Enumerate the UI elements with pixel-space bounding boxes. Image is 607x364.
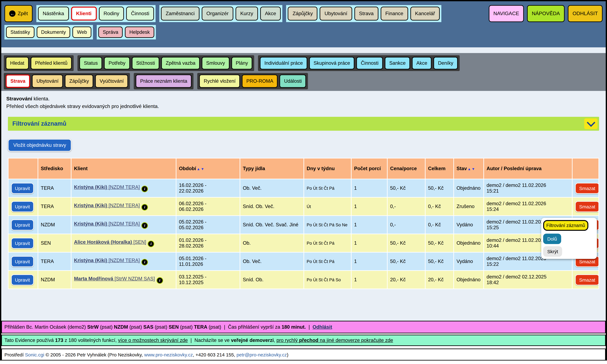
- top-nav-button[interactable]: Akce: [260, 7, 281, 21]
- client-link[interactable]: Alice Horáková (Horalka) [SEN]: [74, 239, 146, 245]
- bar-link[interactable]: přechod: [299, 338, 318, 343]
- bar-link[interactable]: petr@pro-neziskovky.cz: [236, 352, 287, 357]
- sub-nav-button[interactable]: Rychlé vložení: [199, 75, 240, 88]
- back-button[interactable]: ← Zpět: [4, 5, 33, 22]
- bar-link[interactable]: www.pro-neziskovky.cz: [144, 352, 193, 357]
- sub-nav-button[interactable]: Individuální práce: [260, 57, 307, 69]
- top-nav-button[interactable]: Kurzy: [235, 7, 258, 21]
- sub-nav-button[interactable]: Potřeby: [104, 57, 130, 69]
- sub-nav-button[interactable]: Sankce: [385, 57, 410, 69]
- sort-up-icon[interactable]: ▲: [468, 167, 471, 171]
- top-nav-button[interactable]: Klienti: [71, 7, 97, 21]
- top-nav-button[interactable]: Zápůjčky: [288, 7, 317, 21]
- client-link[interactable]: Kristýna (Kiki) [NZDM TERA]: [74, 184, 140, 190]
- delete-button[interactable]: Smazat: [575, 274, 598, 285]
- edit-button[interactable]: Upravit: [11, 201, 34, 212]
- top-nav-button[interactable]: Nástěnka: [38, 7, 69, 21]
- top-nav-button[interactable]: Kancelář: [410, 7, 440, 21]
- top-nav-button[interactable]: Statistiky: [6, 26, 34, 38]
- sub-nav-button[interactable]: Smlouvy: [202, 57, 229, 69]
- sub-nav-row-1: HledatPřehled klientů StatusPotřebyStížn…: [4, 55, 603, 71]
- filter-toggle[interactable]: [584, 118, 597, 129]
- bar-link[interactable]: více o možnostech skrývání zde: [118, 338, 188, 343]
- odhlasit-button[interactable]: ODHLÁSIT: [568, 5, 603, 22]
- top-nav-button[interactable]: Helpdesk: [125, 26, 154, 38]
- top-nav-button[interactable]: Strava: [354, 7, 378, 21]
- navigace-button[interactable]: NAVIGACE: [489, 5, 524, 22]
- top-nav-button[interactable]: Organizér: [202, 7, 233, 21]
- klient-cell: Kristýna (Kiki) [NZDM TERA]i: [71, 198, 176, 215]
- add-order-button[interactable]: Vložit objednávku stravy: [8, 139, 71, 152]
- header-pocet-porci: Počet porcí: [352, 158, 387, 179]
- sort-up-icon[interactable]: ▲: [197, 167, 200, 171]
- sub-nav-button[interactable]: Události: [280, 75, 306, 88]
- sub-nav-button[interactable]: Stížnosti: [132, 57, 159, 69]
- bar-link[interactable]: Odhlásit: [313, 324, 332, 330]
- subnav-group-strava: StravaUbytováníZápůjčkyVyúčtování: [4, 73, 130, 89]
- celkem-cell: 20,- Kč: [426, 271, 453, 288]
- sub-nav-button[interactable]: Ubytování: [32, 75, 63, 88]
- client-link[interactable]: Kristýna (Kiki) [NZDM TERA]: [74, 258, 140, 263]
- context-hide-button[interactable]: Skrýt: [543, 246, 562, 257]
- bar-link[interactable]: pro rychlý: [276, 338, 299, 343]
- obdobi-cell: 05.01.2026 -11.01.2026: [176, 253, 240, 270]
- info-icon[interactable]: i: [148, 240, 154, 247]
- sub-nav-button[interactable]: Strava: [6, 75, 30, 88]
- top-nav-button[interactable]: Rodiny: [99, 7, 124, 21]
- footer-bar: Prostředí Sonic.cgi © 2005 - 2026 Petr V…: [1, 349, 606, 361]
- sub-nav-button[interactable]: Přehled klientů: [31, 57, 72, 69]
- edit-cell: Upravit: [9, 179, 38, 197]
- top-nav-button[interactable]: Finance: [381, 7, 408, 21]
- delete-button[interactable]: Smazat: [575, 201, 598, 212]
- info-icon[interactable]: i: [141, 185, 148, 192]
- context-filter-button[interactable]: Filtrování záznamů: [543, 220, 588, 231]
- edit-button[interactable]: Upravit: [11, 183, 34, 194]
- client-link[interactable]: Kristýna (Kiki) [NZDM TERA]: [74, 203, 140, 208]
- edit-button[interactable]: Upravit: [11, 274, 34, 285]
- pocet-cell: 1: [352, 253, 387, 270]
- sub-nav-button[interactable]: Činnosti: [357, 57, 383, 69]
- sort-down-icon[interactable]: ▼: [201, 167, 204, 171]
- sub-nav-button[interactable]: Plány: [231, 57, 252, 69]
- top-nav-button[interactable]: Činnosti: [126, 7, 154, 21]
- sub-nav-button[interactable]: Vyúčtování: [95, 75, 128, 88]
- edit-button[interactable]: Upravit: [11, 219, 34, 230]
- info-icon[interactable]: i: [141, 222, 148, 229]
- info-icon[interactable]: i: [141, 204, 148, 210]
- sub-nav-button[interactable]: Deníky: [434, 57, 458, 69]
- top-nav-button[interactable]: Web: [72, 26, 91, 38]
- sub-nav-button[interactable]: Akce: [412, 57, 432, 69]
- sub-nav-button[interactable]: Zpětná vazba: [161, 57, 200, 69]
- delete-button[interactable]: Smazat: [575, 183, 598, 194]
- info-icon[interactable]: i: [141, 259, 148, 265]
- sub-nav-button[interactable]: Práce neznám klienta: [136, 75, 192, 88]
- sub-nav-button[interactable]: Status: [80, 57, 102, 69]
- top-nav-button[interactable]: Dokumenty: [37, 26, 70, 38]
- client-link[interactable]: Marta Modřínová [StrW NZDM SAS]: [74, 276, 155, 281]
- filter-records-bar[interactable]: Filtrování záznamů: [8, 117, 599, 131]
- sub-nav-button[interactable]: Zápůjčky: [65, 75, 93, 88]
- info-icon[interactable]: i: [156, 277, 163, 284]
- context-down-button[interactable]: Dolů: [543, 234, 561, 244]
- edit-button[interactable]: Upravit: [11, 256, 34, 267]
- bar-text: 180 minut.: [282, 324, 306, 330]
- top-nav-button[interactable]: Ubytování: [320, 7, 352, 21]
- sub-nav-button[interactable]: Hledat: [6, 57, 29, 69]
- bar-text: SAS: [143, 324, 153, 330]
- sub-nav-button[interactable]: Skupinová práce: [309, 57, 355, 69]
- client-link[interactable]: Kristýna (Kiki) [NZDM TERA]: [74, 221, 140, 226]
- top-nav-button[interactable]: Správa: [98, 26, 123, 38]
- cena-cell: 50,- Kč: [387, 253, 425, 270]
- edit-cell: Upravit: [9, 253, 38, 270]
- klient-cell: Alice Horáková (Horalka) [SEN]i: [71, 234, 176, 252]
- bar-link[interactable]: Sonic.cgi: [25, 352, 44, 357]
- page-title-bold: Stravování: [6, 96, 32, 101]
- edit-button[interactable]: Upravit: [11, 238, 34, 249]
- bar-link[interactable]: na jiné demoverze pokračujte zde: [318, 338, 393, 343]
- top-nav-button[interactable]: Zaměstnanci: [161, 7, 199, 21]
- napoveda-button[interactable]: NÁPOVĚDA: [527, 5, 565, 22]
- sort-down-icon[interactable]: ▼: [471, 167, 475, 171]
- dny-cell: Po Út St Čt Pá: [304, 234, 351, 252]
- celkem-cell: 50,- Kč: [426, 179, 453, 197]
- sub-nav-button[interactable]: PRO-ROMA: [242, 75, 278, 88]
